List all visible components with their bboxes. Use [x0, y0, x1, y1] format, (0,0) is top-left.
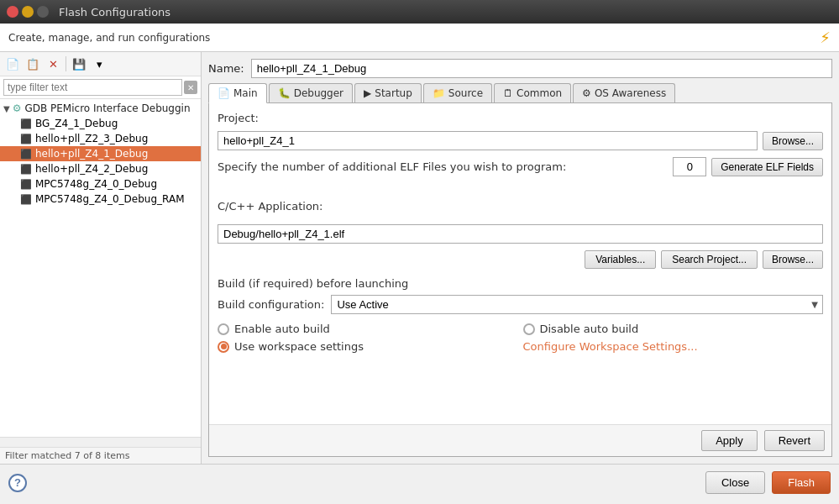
window-controls — [7, 6, 49, 18]
list-item[interactable]: ⬛ BG_Z4_1_Debug — [0, 116, 201, 131]
tab-common-label: Common — [517, 87, 562, 99]
enable-auto-build-radio[interactable] — [218, 323, 229, 335]
radio-left-2: Use workspace settings — [218, 340, 518, 353]
build-config-label: Build configuration: — [218, 298, 324, 311]
bottom-bar: ? Close Flash — [0, 464, 839, 501]
revert-button[interactable]: Revert — [764, 430, 825, 451]
delete-config-button[interactable]: ✕ — [44, 55, 62, 73]
tab-debugger[interactable]: 🐛 Debugger — [269, 83, 353, 102]
main-content: 📄 📋 ✕ 💾 ▾ ✕ ▼ ⚙ GDB PEMicro Interface De… — [0, 52, 839, 464]
tab-os-awareness[interactable]: ⚙ OS Awareness — [573, 83, 675, 102]
generate-elf-button[interactable]: Generate ELF Fields — [711, 158, 823, 176]
main-tab-icon: 📄 — [218, 87, 230, 99]
tab-common[interactable]: 🗒 Common — [494, 83, 571, 102]
search-project-button[interactable]: Search Project... — [661, 250, 758, 269]
tab-panel: 📄 Main 🐛 Debugger ▶ Startup 📁 Source 🗒 — [208, 83, 832, 457]
list-item-selected[interactable]: ⬛ hello+pll_Z4_1_Debug — [0, 146, 201, 161]
config-dropdown-button[interactable]: ▾ — [90, 55, 108, 73]
list-item[interactable]: ⬛ hello+pll_Z4_2_Debug — [0, 161, 201, 176]
item-icon: ⬛ — [20, 164, 32, 175]
tab-footer: Apply Revert — [209, 424, 831, 456]
build-config-select-wrapper: Use Active Disable auto build Enable aut… — [331, 295, 823, 314]
bottom-left: ? — [8, 474, 27, 492]
close-button[interactable]: Close — [705, 471, 765, 494]
build-section-label: Build (if required) before launching — [218, 277, 823, 290]
tree-root-icon: ⚙ — [13, 102, 22, 114]
name-label: Name: — [208, 62, 244, 75]
tab-debugger-label: Debugger — [294, 87, 343, 99]
apply-button[interactable]: Apply — [701, 430, 758, 451]
app-input-row — [218, 224, 823, 244]
radio-row-2: Use workspace settings Configure Workspa… — [218, 340, 823, 353]
bottom-right: Close Flash — [705, 471, 831, 494]
filter-status: Filter matched 7 of 8 items — [0, 447, 201, 464]
help-button[interactable]: ? — [8, 474, 27, 492]
filter-row: ✕ — [0, 76, 201, 99]
disable-auto-build-label: Disable auto build — [540, 323, 639, 335]
tree-root-label: GDB PEMicro Interface Debuggin — [24, 102, 190, 114]
radio-row: Enable auto build Disable auto build — [218, 323, 823, 335]
tab-main-label: Main — [233, 87, 258, 99]
new-config-button[interactable]: 📄 — [3, 55, 22, 73]
radio-right: Disable auto build — [523, 323, 824, 335]
item-label: hello+pll_Z2_3_Debug — [35, 133, 148, 144]
titlebar: Flash Configurations — [0, 0, 839, 24]
elf-label: Specify the number of additional ELF Fil… — [218, 160, 668, 173]
app-browse-button[interactable]: Browse... — [763, 250, 823, 269]
item-icon: ⬛ — [20, 149, 32, 160]
toolbar-separator — [66, 56, 66, 71]
project-label: Project: — [218, 112, 259, 124]
build-config-select[interactable]: Use Active Disable auto build Enable aut… — [331, 295, 823, 314]
right-panel: Name: 📄 Main 🐛 Debugger ▶ Startup � — [202, 52, 839, 464]
use-workspace-label: Use workspace settings — [234, 340, 364, 353]
tree-area: ▼ ⚙ GDB PEMicro Interface Debuggin ⬛ BG_… — [0, 99, 201, 437]
source-tab-icon: 📁 — [433, 87, 445, 99]
project-input[interactable] — [218, 131, 758, 150]
divider — [218, 190, 823, 200]
left-toolbar: 📄 📋 ✕ 💾 ▾ — [0, 52, 201, 76]
list-item[interactable]: ⬛ MPC5748g_Z4_0_Debug — [0, 176, 201, 192]
tab-source[interactable]: 📁 Source — [423, 83, 492, 102]
save-config-button[interactable]: 💾 — [70, 55, 88, 73]
item-icon: ⬛ — [20, 179, 32, 190]
item-label: hello+pll_Z4_1_Debug — [35, 148, 148, 160]
tree-root-item[interactable]: ▼ ⚙ GDB PEMicro Interface Debuggin — [0, 101, 201, 116]
use-workspace-radio[interactable] — [218, 341, 229, 353]
tab-content: Project: Browse... Specify the number of… — [209, 103, 831, 424]
desc-text: Create, manage, and run configurations — [8, 32, 210, 44]
copy-config-button[interactable]: 📋 — [24, 55, 42, 73]
tab-os-awareness-label: OS Awareness — [595, 87, 666, 99]
tabs: 📄 Main 🐛 Debugger ▶ Startup 📁 Source 🗒 — [208, 83, 832, 103]
project-browse-button[interactable]: Browse... — [763, 132, 823, 150]
close-window-button[interactable] — [7, 6, 18, 18]
app-label: C/C++ Application: — [218, 200, 322, 213]
filter-clear-button[interactable]: ✕ — [184, 81, 197, 94]
list-item[interactable]: ⬛ MPC5748g_Z4_0_Debug_RAM — [0, 192, 201, 207]
name-input[interactable] — [251, 59, 832, 78]
window-title: Flash Configurations — [59, 6, 170, 18]
minimize-window-button[interactable] — [22, 6, 34, 18]
filter-input[interactable] — [3, 79, 182, 96]
tab-startup[interactable]: ▶ Startup — [354, 83, 422, 102]
elf-count-input[interactable] — [673, 157, 706, 176]
flash-button[interactable]: Flash — [772, 471, 831, 494]
horizontal-scrollbar[interactable] — [0, 437, 201, 447]
os-awareness-tab-icon: ⚙ — [582, 87, 591, 99]
configure-workspace-link[interactable]: Configure Workspace Settings... — [523, 340, 698, 353]
project-row: Project: — [218, 112, 823, 124]
action-buttons: Variables... Search Project... Browse... — [218, 250, 823, 269]
item-label: MPC5748g_Z4_0_Debug — [35, 178, 157, 190]
item-label: BG_Z4_1_Debug — [35, 118, 118, 129]
app-input[interactable] — [218, 224, 823, 244]
item-label: MPC5748g_Z4_0_Debug_RAM — [35, 193, 185, 205]
list-item[interactable]: ⬛ hello+pll_Z2_3_Debug — [0, 131, 201, 146]
maximize-window-button[interactable] — [37, 6, 49, 18]
tab-startup-label: Startup — [375, 87, 412, 99]
item-icon: ⬛ — [20, 194, 32, 205]
debugger-tab-icon: 🐛 — [278, 87, 291, 99]
tab-main[interactable]: 📄 Main — [208, 83, 267, 103]
variables-button[interactable]: Variables... — [585, 250, 656, 269]
tree-expand-arrow: ▼ — [3, 104, 10, 113]
tab-content-wrapper: Project: Browse... Specify the number of… — [208, 103, 832, 457]
disable-auto-build-radio[interactable] — [523, 323, 535, 335]
